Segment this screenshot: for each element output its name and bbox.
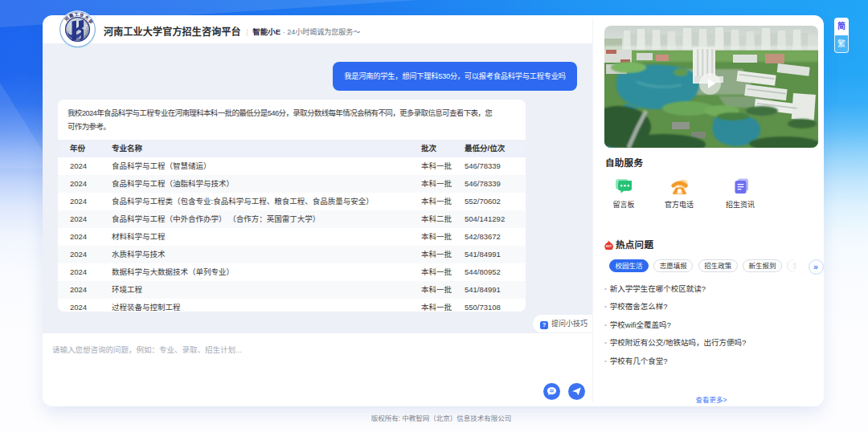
svg-text:HOT: HOT	[606, 245, 612, 248]
svg-text:1 9 5 6: 1 9 5 6	[74, 38, 81, 41]
